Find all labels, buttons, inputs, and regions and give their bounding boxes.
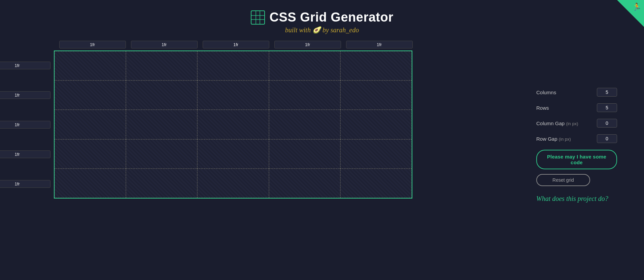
columns-input[interactable] xyxy=(597,88,617,97)
page-title: CSS Grid Generator xyxy=(270,10,394,25)
col-label-input-1[interactable] xyxy=(59,41,126,48)
grid-cell-5-3[interactable] xyxy=(197,169,269,198)
grid-cell-1-2[interactable] xyxy=(126,51,197,80)
col-labels-row xyxy=(57,41,415,48)
columns-row: Columns xyxy=(536,88,617,97)
grid-cell-3-5[interactable] xyxy=(340,110,412,139)
rows-input[interactable] xyxy=(597,103,617,112)
grid-cell-2-1[interactable] xyxy=(55,80,126,110)
grid-cell-1-5[interactable] xyxy=(340,51,412,80)
grid-section xyxy=(27,41,516,199)
col-label-wrapper-4 xyxy=(272,41,343,48)
header: CSS Grid Generator built with 🥑 by sarah… xyxy=(0,0,644,41)
reset-grid-button[interactable]: Reset grid xyxy=(536,174,590,186)
row-label-input-2[interactable] xyxy=(0,91,50,99)
grid-cell-4-2[interactable] xyxy=(126,139,197,169)
col-label-wrapper-3 xyxy=(200,41,272,48)
grid-icon xyxy=(251,10,265,25)
grid-cell-1-4[interactable] xyxy=(269,51,340,80)
rows-row: Rows xyxy=(536,103,617,112)
grid-cell-3-4[interactable] xyxy=(269,110,340,139)
rows-label: Rows xyxy=(536,105,549,111)
column-gap-label: Column Gap (in px) xyxy=(536,120,578,126)
column-gap-row: Column Gap (in px) xyxy=(536,119,617,128)
grid-cell-5-5[interactable] xyxy=(340,169,412,198)
grid-cell-2-5[interactable] xyxy=(340,80,412,110)
grid-cell-5-1[interactable] xyxy=(55,169,126,198)
grid-cell-4-4[interactable] xyxy=(269,139,340,169)
column-gap-unit: (in px) xyxy=(566,121,578,126)
grid-cell-5-2[interactable] xyxy=(126,169,197,198)
row-gap-row: Row Gap (in px) xyxy=(536,134,617,143)
grid-cell-4-1[interactable] xyxy=(55,139,126,169)
row-label-input-3[interactable] xyxy=(0,121,50,129)
row-labels-col xyxy=(27,50,50,199)
grid-cell-2-3[interactable] xyxy=(197,80,269,110)
grid-cell-4-5[interactable] xyxy=(340,139,412,169)
grid-cell-5-4[interactable] xyxy=(269,169,340,198)
header-subtitle: built with 🥑 by sarah_edo xyxy=(0,26,644,34)
column-gap-input[interactable] xyxy=(597,119,617,128)
grid-cell-3-1[interactable] xyxy=(55,110,126,139)
col-label-input-4[interactable] xyxy=(274,41,341,48)
corner-icon: 🏃 xyxy=(632,3,641,11)
row-gap-label: Row Gap (in px) xyxy=(536,136,571,142)
col-label-input-3[interactable] xyxy=(203,41,269,48)
controls-panel: Columns Rows Column Gap (in px) Row Gap … xyxy=(536,88,617,203)
what-does-label: What does this project do? xyxy=(536,195,617,203)
grid-cell-2-4[interactable] xyxy=(269,80,340,110)
grid-cell-1-3[interactable] xyxy=(197,51,269,80)
grid-cell-2-2[interactable] xyxy=(126,80,197,110)
grid-with-row-labels xyxy=(27,50,412,199)
get-code-button[interactable]: Please may I have some code xyxy=(536,150,617,169)
grid-cell-1-1[interactable] xyxy=(55,51,126,80)
columns-label: Columns xyxy=(536,90,556,95)
svg-rect-0 xyxy=(251,11,265,24)
grid-cell-4-3[interactable] xyxy=(197,139,269,169)
main-area: Columns Rows Column Gap (in px) Row Gap … xyxy=(0,41,644,203)
row-label-input-5[interactable] xyxy=(0,180,50,188)
css-grid xyxy=(54,50,412,199)
col-label-input-5[interactable] xyxy=(346,41,413,48)
grid-cell-3-3[interactable] xyxy=(197,110,269,139)
col-label-input-2[interactable] xyxy=(131,41,198,48)
col-label-wrapper-1 xyxy=(57,41,128,48)
col-label-wrapper-2 xyxy=(128,41,200,48)
row-label-input-1[interactable] xyxy=(0,62,50,69)
col-label-wrapper-5 xyxy=(343,41,415,48)
row-label-input-4[interactable] xyxy=(0,150,50,158)
grid-cell-3-2[interactable] xyxy=(126,110,197,139)
row-gap-unit: (in px) xyxy=(559,137,571,142)
row-gap-input[interactable] xyxy=(597,134,617,143)
